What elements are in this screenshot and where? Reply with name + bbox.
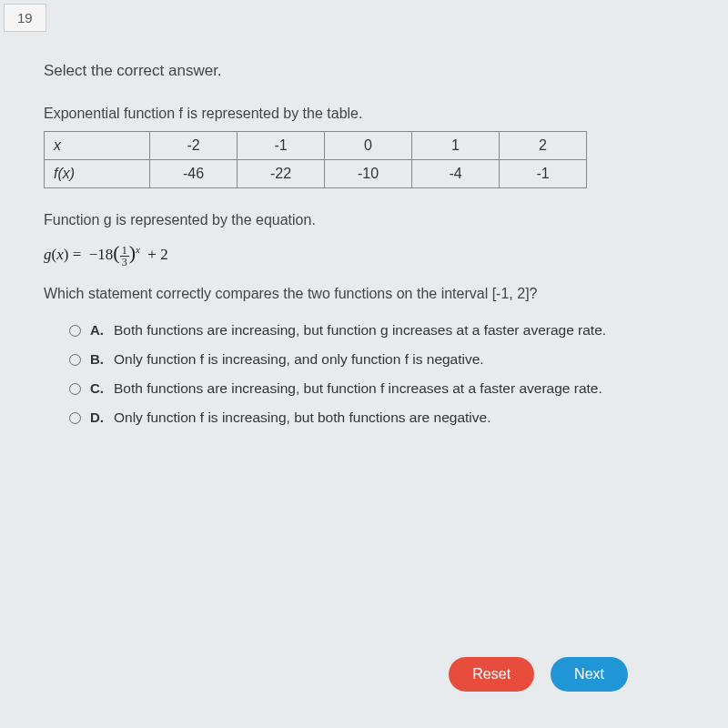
question-number-tab: 19 [4,4,46,32]
table-fx-label: f(x) [45,160,150,188]
table-cell: -1 [238,132,325,160]
answer-options: A. Both functions are increasing, but fu… [44,322,701,426]
option-text: Both functions are increasing, but funct… [114,380,602,397]
table-cell: -2 [150,132,238,160]
prompt-f-text: Exponential function f is represented by… [44,106,701,122]
compare-question: Which statement correctly compares the t… [44,286,701,302]
table-cell: -22 [238,160,325,188]
option-letter: A. [90,322,114,338]
prompt-g-text: Function g is represented by the equatio… [44,212,701,228]
action-buttons: Reset Next [449,657,628,692]
radio-icon[interactable] [69,412,81,424]
table-cell: 1 [412,132,500,160]
instruction-text: Select the correct answer. [44,62,701,80]
option-b[interactable]: B. Only function f is increasing, and on… [69,351,701,368]
table-cell: -4 [412,160,500,188]
option-text: Both functions are increasing, but funct… [114,322,606,339]
table-cell: 2 [500,132,587,160]
option-a[interactable]: A. Both functions are increasing, but fu… [69,322,701,339]
option-d[interactable]: D. Only function f is increasing, but bo… [69,410,701,426]
radio-icon[interactable] [69,325,81,337]
option-letter: B. [90,351,114,367]
option-c[interactable]: C. Both functions are increasing, but fu… [69,380,701,397]
option-letter: D. [90,410,114,425]
table-x-label: x [45,132,150,160]
table-cell: -1 [500,160,587,188]
next-button[interactable]: Next [551,657,628,692]
question-content: Select the correct answer. Exponential f… [44,62,701,439]
table-cell: -46 [150,160,238,188]
equation-g: g(x) = −18(13)x + 2 [44,241,701,268]
radio-icon[interactable] [69,354,81,366]
table-cell: -10 [325,160,412,188]
option-text: Only function f is increasing, but both … [114,410,490,426]
option-text: Only function f is increasing, and only … [114,351,484,368]
radio-icon[interactable] [69,383,81,395]
table-cell: 0 [325,132,412,160]
option-letter: C. [90,380,114,396]
reset-button[interactable]: Reset [449,657,534,692]
function-table: x -2 -1 0 1 2 f(x) -46 -22 -10 -4 -1 [44,131,701,188]
